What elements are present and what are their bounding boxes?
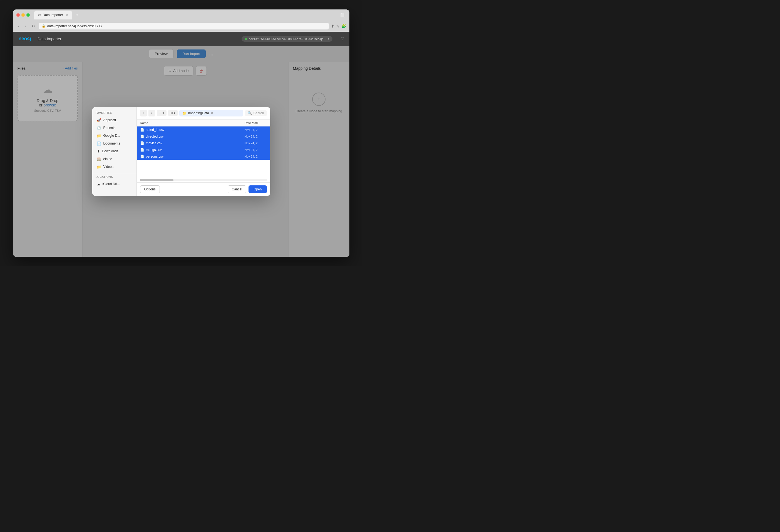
minimize-button[interactable] <box>21 13 25 17</box>
file-date-persons: Nov 24, 2 <box>245 155 267 158</box>
csv-file-icon: 📄 <box>140 148 144 152</box>
csv-file-icon: 📄 <box>140 141 144 145</box>
file-name-ratings: ratings.csv <box>146 148 243 152</box>
sidebar-divider <box>92 173 137 173</box>
file-item-movies[interactable]: 📄 movies.csv Nov 24, 2 <box>137 140 270 146</box>
file-item-directed[interactable]: 📄 directed.csv Nov 24, 2 <box>137 133 270 140</box>
dialog-main: ‹ › ☰ ▾ ⊞ ▾ 📁 ImportingData <box>137 107 270 196</box>
current-folder-name: ImportingData <box>188 111 209 115</box>
nav-icons: ⬆ ☆ 🧩 <box>331 24 346 28</box>
nav-bar: ‹ › ↻ 🔒 data-importer.neo4j.io/versions/… <box>13 20 349 32</box>
sidebar-item-google-drive[interactable]: 📁 Google D... <box>93 132 135 140</box>
file-item-persons[interactable]: 📄 persons.csv Nov 24, 2 <box>137 153 270 160</box>
window-action-icon[interactable]: ⬜ <box>339 12 346 18</box>
back-button[interactable]: ‹ <box>16 23 21 30</box>
search-placeholder: Search <box>253 111 264 115</box>
connection-text: bolt+s://85474006517e1dc2988064c7a2109d4… <box>249 37 326 41</box>
logo-text: neo4j <box>18 36 31 41</box>
app-bar: neo4j Data Importer bolt+s://85474006517… <box>13 32 349 46</box>
col-name-header: Name <box>140 121 245 125</box>
clear-folder-button[interactable]: ✕ <box>210 111 213 115</box>
forward-button[interactable]: › <box>23 23 28 30</box>
tab-close-icon[interactable]: ✕ <box>66 13 68 16</box>
forward-nav-button[interactable]: › <box>148 110 155 116</box>
help-icon[interactable]: ? <box>341 36 344 41</box>
file-date-acted-in: Nov 24, 2 <box>245 128 267 132</box>
icloud-label: iCloud Dri... <box>103 182 120 186</box>
app-title: Data Importer <box>38 37 61 41</box>
connection-status-dot <box>245 38 247 40</box>
file-dialog: Favorites 🚀 Applicati... 🕐 Recents 📁 Goo… <box>92 107 270 196</box>
csv-file-icon: 📄 <box>140 154 144 158</box>
videos-label: Videos <box>103 165 113 169</box>
tab-favicon: 🗂 <box>38 13 41 17</box>
back-nav-button[interactable]: ‹ <box>140 110 147 116</box>
google-drive-label: Google D... <box>103 134 120 138</box>
file-list: 📄 acted_in.csv Nov 24, 2 📄 directed.csv … <box>137 127 270 160</box>
chevron-down-icon: ▾ <box>328 37 329 40</box>
file-item-acted-in[interactable]: 📄 acted_in.csv Nov 24, 2 <box>137 127 270 133</box>
file-date-movies: Nov 24, 2 <box>245 142 267 145</box>
current-folder-pill: 📁 ImportingData ✕ <box>179 110 244 116</box>
applications-label: Applicati... <box>103 118 119 122</box>
bookmark-icon[interactable]: ☆ <box>336 24 340 28</box>
sidebar-item-recents[interactable]: 🕐 Recents <box>93 124 135 132</box>
maximize-button[interactable] <box>27 13 30 17</box>
cancel-button[interactable]: Cancel <box>228 185 246 193</box>
title-bar-actions: ⬜ <box>339 12 346 18</box>
sidebar-item-downloads[interactable]: ⬇ Downloads <box>93 148 135 155</box>
grid-view-chevron: ▾ <box>174 111 176 115</box>
file-name-directed: directed.csv <box>146 135 243 138</box>
sidebar-item-documents[interactable]: 📄 Documents <box>93 140 135 147</box>
google-drive-icon: 📁 <box>97 134 101 138</box>
sidebar-item-applications[interactable]: 🚀 Applicati... <box>93 116 135 124</box>
elaine-label: elaine <box>103 157 112 161</box>
address-bar[interactable]: 🔒 data-importer.neo4j.io/versions/0.7.0/ <box>39 23 329 30</box>
neo4j-logo: neo4j <box>18 36 31 42</box>
search-box[interactable]: 🔍 Search <box>245 110 266 116</box>
grid-view-button[interactable]: ⊞ ▾ <box>168 110 178 116</box>
dialog-footer: Options Cancel Open <box>137 182 270 196</box>
file-item-ratings[interactable]: 📄 ratings.csv Nov 24, 2 <box>137 146 270 153</box>
csv-file-icon: 📄 <box>140 135 144 138</box>
grid-view-icon: ⊞ <box>170 111 173 115</box>
browser-tab[interactable]: 🗂 Data Importer ✕ <box>34 10 72 19</box>
open-button[interactable]: Open <box>248 185 266 193</box>
close-button[interactable] <box>16 13 20 17</box>
sidebar-item-icloud[interactable]: ☁ iCloud Dri... <box>93 180 135 188</box>
list-view-chevron: ▾ <box>163 111 164 115</box>
file-date-ratings: Nov 24, 2 <box>245 148 267 151</box>
file-date-directed: Nov 24, 2 <box>245 135 267 138</box>
new-tab-button[interactable]: + <box>74 11 81 18</box>
options-button[interactable]: Options <box>140 185 160 193</box>
home-icon: 🏠 <box>97 157 101 161</box>
address-text: data-importer.neo4j.io/versions/0.7.0/ <box>47 24 102 28</box>
footer-right: Cancel Open <box>228 185 267 193</box>
file-name-movies: movies.csv <box>146 141 243 145</box>
sidebar-item-videos[interactable]: 📁 Videos <box>93 163 135 171</box>
file-name-persons: persons.csv <box>146 154 243 158</box>
dialog-sidebar: Favorites 🚀 Applicati... 🕐 Recents 📁 Goo… <box>92 107 137 196</box>
documents-icon: 📄 <box>97 142 101 146</box>
folder-icon: 📁 <box>182 111 187 115</box>
sidebar-item-elaine[interactable]: 🏠 elaine <box>93 155 135 163</box>
reload-button[interactable]: ↻ <box>30 23 37 30</box>
file-name-acted-in: acted_in.csv <box>146 128 243 132</box>
scrollbar-thumb[interactable] <box>140 179 174 181</box>
tab-label: Data Importer <box>43 13 63 17</box>
horizontal-scrollbar[interactable] <box>140 179 267 181</box>
connection-badge[interactable]: bolt+s://85474006517e1dc2988064c7a2109d4… <box>242 36 333 42</box>
modal-overlay: Favorites 🚀 Applicati... 🕐 Recents 📁 Goo… <box>13 46 349 257</box>
share-icon[interactable]: ⬆ <box>331 24 334 28</box>
dialog-toolbar: ‹ › ☰ ▾ ⊞ ▾ 📁 ImportingData <box>137 107 270 119</box>
favorites-section-title: Favorites <box>92 111 137 116</box>
list-view-button[interactable]: ☰ ▾ <box>157 110 166 116</box>
search-icon: 🔍 <box>248 111 252 115</box>
extensions-icon[interactable]: 🧩 <box>341 24 346 28</box>
csv-file-icon: 📄 <box>140 128 144 132</box>
title-bar: 🗂 Data Importer ✕ + ⬜ <box>13 9 349 20</box>
tab-area: 🗂 Data Importer ✕ + <box>34 10 337 19</box>
list-view-icon: ☰ <box>159 111 162 115</box>
downloads-label: Downloads <box>102 149 118 153</box>
traffic-lights <box>16 13 30 17</box>
